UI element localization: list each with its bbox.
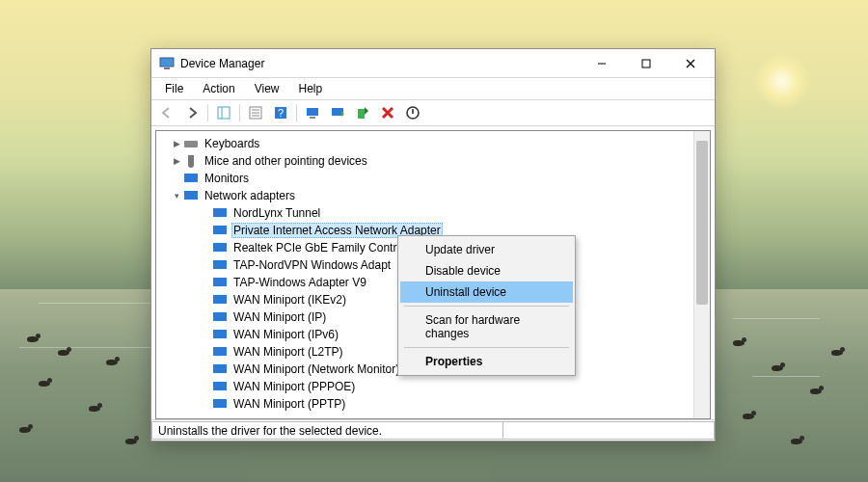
svg-rect-0 bbox=[160, 58, 174, 67]
network-adapter-icon bbox=[212, 223, 228, 238]
svg-rect-1 bbox=[164, 67, 170, 69]
sun-glow bbox=[754, 53, 810, 109]
tree-item-adapter[interactable]: WAN Miniport (PPTP) bbox=[156, 395, 710, 413]
tree-label: WAN Miniport (IPv6) bbox=[231, 328, 340, 341]
menu-view[interactable]: View bbox=[247, 80, 287, 97]
tree-label: TAP-NordVPN Windows Adapt bbox=[231, 258, 393, 272]
ctx-update-driver[interactable]: Update driver bbox=[400, 239, 573, 260]
svg-rect-21 bbox=[184, 141, 198, 147]
menu-bar: File Action View Help bbox=[151, 78, 715, 99]
enable-device-button[interactable] bbox=[351, 102, 374, 123]
svg-rect-28 bbox=[213, 278, 227, 286]
svg-rect-33 bbox=[213, 364, 227, 373]
status-empty bbox=[502, 421, 715, 440]
network-adapter-icon bbox=[212, 327, 228, 342]
scan-hardware-button[interactable] bbox=[301, 102, 324, 123]
tree-label: Realtek PCIe GbE Family Contr bbox=[231, 241, 398, 254]
menu-file[interactable]: File bbox=[157, 80, 191, 97]
svg-rect-30 bbox=[213, 312, 227, 321]
tree-item-adapter[interactable]: NordLynx Tunnel bbox=[156, 204, 710, 222]
chevron-right-icon: ▶ bbox=[170, 156, 183, 166]
svg-rect-17 bbox=[358, 109, 365, 119]
show-hide-tree-button[interactable] bbox=[212, 102, 235, 123]
svg-rect-25 bbox=[213, 226, 227, 234]
svg-rect-23 bbox=[184, 191, 198, 200]
ctx-scan-hardware[interactable]: Scan for hardware changes bbox=[400, 309, 573, 344]
menu-action[interactable]: Action bbox=[195, 80, 242, 97]
tree-item-monitors[interactable]: Monitors bbox=[156, 170, 710, 187]
ctx-properties[interactable]: Properties bbox=[400, 351, 573, 372]
ctx-separator bbox=[404, 347, 569, 348]
tree-item-keyboards[interactable]: ▶ Keyboards bbox=[156, 135, 710, 152]
svg-rect-32 bbox=[213, 347, 227, 356]
titlebar[interactable]: Device Manager bbox=[151, 49, 715, 78]
tree-label: WAN Miniport (IP) bbox=[231, 310, 328, 324]
tree-item-mice[interactable]: ▶ Mice and other pointing devices bbox=[156, 152, 710, 170]
network-adapter-icon bbox=[212, 240, 228, 255]
chevron-blank bbox=[170, 174, 183, 183]
toolbar: ? bbox=[151, 99, 715, 126]
disable-device-button[interactable] bbox=[401, 102, 424, 123]
forward-button[interactable] bbox=[180, 102, 203, 123]
context-menu: Update driver Disable device Uninstall d… bbox=[397, 235, 576, 376]
tree-label: WAN Miniport (IKEv2) bbox=[231, 293, 348, 307]
network-adapter-icon bbox=[212, 362, 228, 377]
network-adapter-icon bbox=[212, 205, 228, 221]
svg-rect-34 bbox=[213, 382, 227, 390]
tree-item-adapter[interactable]: WAN Miniport (PPPOE) bbox=[156, 378, 710, 395]
svg-rect-14 bbox=[307, 108, 318, 116]
network-adapter-icon bbox=[212, 292, 228, 308]
chevron-down-icon: ▾ bbox=[170, 191, 183, 201]
status-bar: Uninstalls the driver for the selected d… bbox=[151, 419, 715, 441]
duck bbox=[743, 411, 756, 419]
ctx-uninstall-device[interactable]: Uninstall device bbox=[400, 281, 573, 303]
tree-label: Keyboards bbox=[203, 137, 261, 150]
tree-item-network-adapters[interactable]: ▾ Network adapters bbox=[156, 187, 710, 204]
tree-label: WAN Miniport (PPTP) bbox=[231, 397, 347, 411]
uninstall-device-button[interactable] bbox=[376, 102, 399, 123]
close-button[interactable] bbox=[668, 49, 713, 78]
network-adapter-icon bbox=[212, 275, 228, 290]
scrollbar-thumb[interactable] bbox=[696, 141, 708, 305]
tree-label: WAN Miniport (PPPOE) bbox=[231, 380, 357, 393]
help-button[interactable]: ? bbox=[269, 102, 292, 123]
duck bbox=[810, 386, 824, 394]
svg-rect-29 bbox=[213, 295, 227, 304]
back-button[interactable] bbox=[155, 102, 178, 123]
svg-text:?: ? bbox=[278, 107, 284, 119]
update-driver-button[interactable] bbox=[326, 102, 349, 123]
window-title: Device Manager bbox=[180, 57, 264, 70]
duck bbox=[733, 337, 746, 346]
duck bbox=[772, 362, 785, 371]
keyboard-icon bbox=[183, 136, 199, 151]
tree-label: WAN Miniport (Network Monitor) bbox=[231, 362, 401, 376]
svg-rect-27 bbox=[213, 260, 227, 269]
svg-rect-15 bbox=[310, 117, 315, 119]
network-adapter-icon bbox=[212, 396, 228, 412]
tree-label: Network adapters bbox=[203, 189, 297, 202]
ctx-disable-device[interactable]: Disable device bbox=[400, 260, 573, 281]
duck bbox=[19, 424, 33, 433]
network-adapter-icon bbox=[212, 344, 228, 360]
properties-button[interactable] bbox=[244, 102, 267, 123]
maximize-button[interactable] bbox=[624, 49, 668, 78]
duck bbox=[89, 403, 102, 412]
ctx-separator bbox=[404, 306, 569, 307]
duck bbox=[125, 436, 139, 444]
minimize-button[interactable] bbox=[580, 49, 624, 78]
svg-rect-3 bbox=[642, 60, 650, 67]
vertical-scrollbar[interactable] bbox=[693, 131, 710, 418]
tree-label: Monitors bbox=[203, 172, 251, 185]
duck bbox=[831, 347, 845, 356]
menu-help[interactable]: Help bbox=[291, 80, 331, 97]
chevron-right-icon: ▶ bbox=[170, 139, 183, 148]
monitor-icon bbox=[183, 171, 199, 186]
tree-label: NordLynx Tunnel bbox=[231, 206, 322, 220]
tree-label: TAP-Windows Adapter V9 bbox=[231, 276, 368, 289]
network-adapter-icon bbox=[212, 309, 228, 325]
mouse-icon bbox=[183, 153, 199, 169]
duck bbox=[106, 357, 120, 365]
app-icon bbox=[159, 56, 175, 71]
tree-label: WAN Miniport (L2TP) bbox=[231, 345, 345, 359]
duck bbox=[27, 334, 41, 342]
